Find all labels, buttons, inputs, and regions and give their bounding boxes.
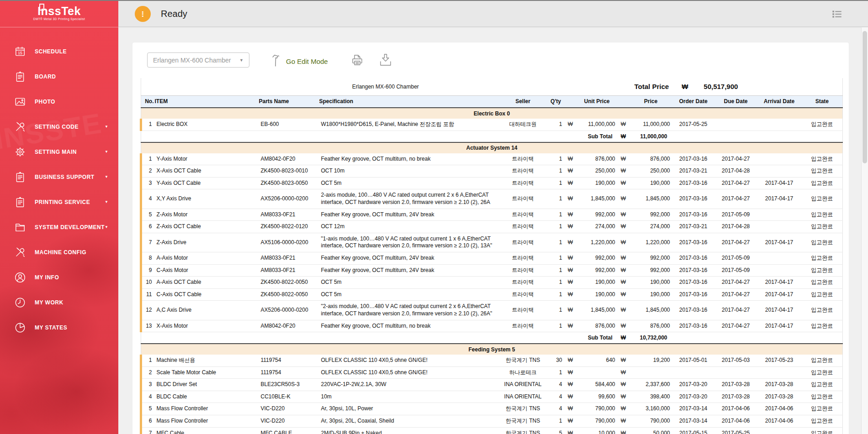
cell-date: 2017-03-21 [672,165,715,178]
cell-date [715,119,757,131]
clipboard-icon [14,196,26,208]
cell-seller: 트라이택 [498,221,548,233]
scrollbar-thumb[interactable] [863,31,867,163]
cell-seller: 트라이택 [498,177,548,189]
print-button[interactable] [350,52,365,69]
column-header-qty[interactable]: Q'ty [548,95,564,108]
gear-icon [14,146,26,158]
cell-date: 2017-04-27 [715,288,757,301]
sidebar-item-printing-service[interactable]: PRINTING SERVICE▼ [0,189,118,214]
column-header-no[interactable]: No. [141,95,155,108]
column-header-arrival-date[interactable]: Arrival Date [757,95,802,108]
column-header-seller[interactable]: Seller [498,95,548,108]
chevron-down-icon: ▼ [105,150,108,154]
subtotal-spacer [672,131,843,142]
cell-spec: 2-axis module, 100…480 V AC rated output… [319,189,498,209]
sidebar-item-schedule[interactable]: 15SCHEDULE [0,39,118,64]
cell-state: 입고완료 [802,177,843,189]
table-row[interactable]: 2X-Axis OCT CableZK4500-8023-0010OCT 10m… [141,165,843,178]
table-row[interactable]: 10A-Axis OCT CableZK4500-8022-0050OCT 5m… [141,277,843,289]
sidebar-item-my-info[interactable]: MY INFO [0,265,118,290]
cell-date: 2017-05-09 [715,252,757,264]
download-button[interactable] [378,52,393,69]
sidebar-item-my-states[interactable]: MY STATES [0,315,118,340]
cell-date: 2017-03-16 [672,252,715,264]
column-header-state[interactable]: State [802,95,843,108]
table-row[interactable]: 13X-Axis MotorAM8042-0F20Feather Key gro… [141,320,843,332]
total-price-block: Total Price ₩ 50,517,900 [630,78,843,95]
column-header-due-date[interactable]: Due Date [715,95,757,108]
cell-state: 입고완료 [802,288,843,301]
cell-item: Y-Axis OCT Cable [155,177,259,189]
table-row[interactable]: 12A,C Axis DriveAX5206-0000-0200"2-axis … [141,301,843,320]
cell-qty: 1 [548,252,564,264]
table-row[interactable]: 3Y-Axis OCT CableZK4500-8023-0050OCT 5m트… [141,177,843,189]
go-edit-mode-button[interactable]: Go Edit Mode [270,53,328,69]
sidebar-item-business-support[interactable]: BUSINESS SUPPORT▼ [0,164,118,189]
cell-state: 입고완료 [802,119,843,131]
list-icon [831,14,843,21]
sidebar-item-system-development[interactable]: SYSTEM DEVELOPMENT▼ [0,214,118,240]
cell-item: Z-Axis Motor [155,209,259,221]
column-header-price[interactable]: Price [630,95,672,108]
column-header-unit-price[interactable]: Unit Price [577,95,617,108]
sidebar-item-machine-config[interactable]: MACHINE CONFIG [0,240,118,265]
table-row[interactable]: 4X,Y Axis DriveAX5206-0000-02002-axis mo… [141,189,843,209]
table-row[interactable]: 7Z-Axis DriveAX5106-0000-0200"1-axis mod… [141,233,843,252]
table-row[interactable]: 2Scale Table Motor Cable1119754OLFLEX CL… [141,366,843,379]
cell-no: 6 [141,415,155,428]
cell-date: 2017-03-16 [672,288,715,301]
table-row[interactable]: 5Mass Flow ControllerVIC-D220Ar, 30psi, … [141,403,843,415]
table-row[interactable]: 8A-Axis MotorAM8033-0F21Feather Key groo… [141,252,843,264]
sidebar: InssTek DMT® Metal 3D Printing Specialis… [0,1,118,434]
table-row[interactable]: 3BLDC Driver SetBLE23CR50S-3220VAC-1P-2W… [141,379,843,391]
cell-state: 입고완료 [802,252,843,264]
table-row[interactable]: 9C-Axis MotorAM8033-0F21Feather Key groo… [141,264,843,277]
table-row[interactable]: 6Mass Flow ControllerVIC-D220Ar, 30psi, … [141,415,843,428]
sidebar-item-setting-code[interactable]: SETTING CODE▼ [0,114,118,139]
table-row[interactable]: 1Y-Axis MotorAM8042-0F20Feather Key groo… [141,153,843,165]
logo[interactable]: InssTek DMT® Metal 3D Printing Specialis… [0,1,118,27]
cell-qty: 1 [548,288,564,301]
table-row[interactable]: 11C-Axis OCT CableZK4500-8022-0050OCT 5m… [141,288,843,301]
column-header-specification[interactable]: Specification [319,95,498,108]
cell-date: 2017-03-21 [672,221,715,233]
cell-cur: ₩ [564,153,577,165]
cell-state: 입고완료 [802,209,843,221]
table-row[interactable]: 5Z-Axis MotorAM8033-0F21Feather Key groo… [141,209,843,221]
cell-parts: EB-600 [259,119,319,131]
table-row[interactable]: 4BLDC CableCC10BLE-K10mINA ORIENTAL4₩99,… [141,391,843,403]
cell-spec: 2M/D-SUB 9Pin + Naked [319,427,498,434]
sidebar-item-photo[interactable]: PHOTO [0,89,118,114]
cell-price: 790,000 [630,415,672,428]
table-row[interactable]: 1Machine 배선용1119754OLFLEX CLASSIC 110 4X… [141,355,843,366]
table-row[interactable]: 7MFC CableMFC CABLE2M/D-SUB 9Pin + Naked… [141,427,843,434]
column-header-item[interactable]: ITEM [155,95,259,108]
cell-date: 2017-04-17 [757,301,802,320]
sidebar-item-setting-main[interactable]: SETTING MAIN▼ [0,139,118,164]
cell-spec: OLFLEX CLASSIC 110 4X0,5 ohne GN/GE! [319,366,498,379]
cell-spec: Ar, 30psi, 20L, Coaxial, Sheild [319,415,498,428]
column-header-parts-name[interactable]: Parts Name [259,95,319,108]
cell-state: 입고완료 [802,415,843,428]
cell-item: Machine 배선용 [155,355,259,366]
sidebar-item-my-work[interactable]: MY WORK [0,290,118,315]
tools-icon [14,121,26,133]
sidebar-item-board[interactable]: BOARD [0,64,118,89]
cell-state: 입고완료 [802,165,843,178]
table-row[interactable]: 6Z-Axis OCT CableZK4500-8022-0120OCT 12m… [141,221,843,233]
cell-no: 1 [141,119,155,131]
column-header-order-date[interactable]: Order Date [672,95,715,108]
cell-cur: ₩ [564,252,577,264]
cell-unit: 190,000 [577,288,617,301]
cell-price: 1,220,000 [630,233,672,252]
scrollbar[interactable] [861,27,868,434]
logo-title: InssTek [0,5,118,17]
cell-date: 2017-04-27 [715,153,757,165]
table-row[interactable]: 1Electric BOXEB-600W1800*H1980*D615, E-P… [141,119,843,131]
machine-select[interactable]: Erlangen MX-600 Chamber ▼ [147,52,249,68]
status-menu-button[interactable]: ⋮ [135,6,151,22]
cell-spec: OCT 5m [319,288,498,301]
list-view-button[interactable] [831,8,843,20]
cell-parts: ZK4500-8022-0120 [259,221,319,233]
